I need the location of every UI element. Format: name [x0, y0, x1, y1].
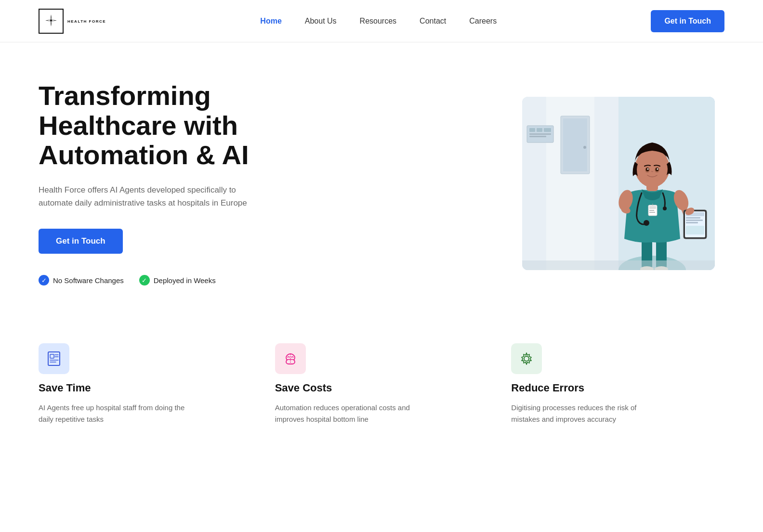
svg-rect-21 [649, 212, 655, 213]
svg-rect-31 [686, 220, 703, 221]
nav-contact[interactable]: Contact [420, 17, 446, 25]
gear-icon [518, 350, 535, 367]
feature-desc-reduce-errors: Digitising processes reduces the risk of… [511, 402, 665, 425]
hero-cta-button[interactable]: Get in Touch [39, 229, 123, 254]
svg-rect-33 [686, 226, 704, 234]
svg-rect-46 [50, 354, 54, 358]
logo-icon [39, 9, 64, 34]
feature-desc-save-costs: Automation reduces operational costs and… [275, 402, 429, 425]
feature-title-save-costs: Save Costs [275, 382, 488, 394]
svg-point-24 [663, 207, 667, 210]
svg-rect-12 [529, 136, 546, 137]
svg-rect-10 [544, 128, 551, 132]
logo-text: HEALTH FORCE [67, 19, 106, 24]
svg-point-6 [583, 146, 586, 149]
feature-title-save-time: Save Time [39, 382, 252, 394]
logo-star-icon [43, 13, 59, 29]
hero-subtitle: Health Force offers AI Agents developed … [39, 183, 250, 209]
feature-desc-save-time: AI Agents free up hospital staff from do… [39, 402, 193, 425]
check-icon-blue: ✓ [39, 275, 49, 285]
badge-deployed: ✓ Deployed in Weeks [139, 275, 216, 285]
document-icon [45, 350, 63, 367]
feature-icon-save-time [39, 343, 69, 374]
feature-reduce-errors: Reduce Errors Digitising processes reduc… [511, 343, 724, 425]
svg-point-0 [50, 19, 52, 21]
svg-point-43 [657, 168, 658, 169]
nav-resources[interactable]: Resources [360, 17, 396, 25]
svg-point-42 [647, 168, 649, 169]
svg-rect-20 [649, 210, 654, 211]
logo[interactable]: HEALTH FORCE [39, 9, 106, 34]
feature-icon-reduce-errors [511, 343, 542, 374]
hero-content: Transforming Healthcare with Automation … [39, 81, 308, 285]
svg-rect-9 [537, 128, 542, 132]
nav-careers[interactable]: Careers [469, 17, 497, 25]
nav-links: Home About Us Resources Contact Careers [260, 17, 497, 26]
nav-home[interactable]: Home [260, 17, 281, 25]
feature-save-costs: Save Costs Automation reduces operationa… [275, 343, 488, 425]
svg-rect-44 [522, 260, 715, 270]
nav-about[interactable]: About Us [305, 17, 337, 25]
nurse-image [522, 97, 715, 270]
hero-image [522, 97, 724, 270]
svg-point-23 [644, 220, 649, 226]
svg-point-37 [635, 149, 670, 187]
svg-rect-32 [686, 222, 698, 223]
feature-title-reduce-errors: Reduce Errors [511, 382, 724, 394]
svg-rect-45 [48, 352, 60, 365]
navbar: HEALTH FORCE Home About Us Resources Con… [0, 0, 763, 42]
brain-icon [282, 350, 299, 367]
svg-rect-11 [529, 133, 551, 135]
check-icon-green: ✓ [139, 275, 150, 285]
nav-cta-button[interactable]: Get in Touch [651, 10, 724, 32]
hero-badges: ✓ No Software Changes ✓ Deployed in Week… [39, 275, 308, 285]
hero-section: Transforming Healthcare with Automation … [0, 42, 763, 314]
badge-no-software-label: No Software Changes [53, 276, 124, 285]
nurse-illustration [522, 97, 715, 270]
svg-rect-19 [649, 206, 656, 209]
svg-rect-5 [563, 118, 587, 171]
hero-title: Transforming Healthcare with Automation … [39, 81, 308, 170]
feature-icon-save-costs [275, 343, 306, 374]
feature-save-time: Save Time AI Agents free up hospital sta… [39, 343, 252, 425]
badge-deployed-label: Deployed in Weeks [154, 276, 216, 285]
svg-rect-8 [529, 128, 535, 132]
features-section: Save Time AI Agents free up hospital sta… [0, 314, 763, 464]
badge-no-software: ✓ No Software Changes [39, 275, 124, 285]
svg-rect-30 [686, 217, 700, 219]
